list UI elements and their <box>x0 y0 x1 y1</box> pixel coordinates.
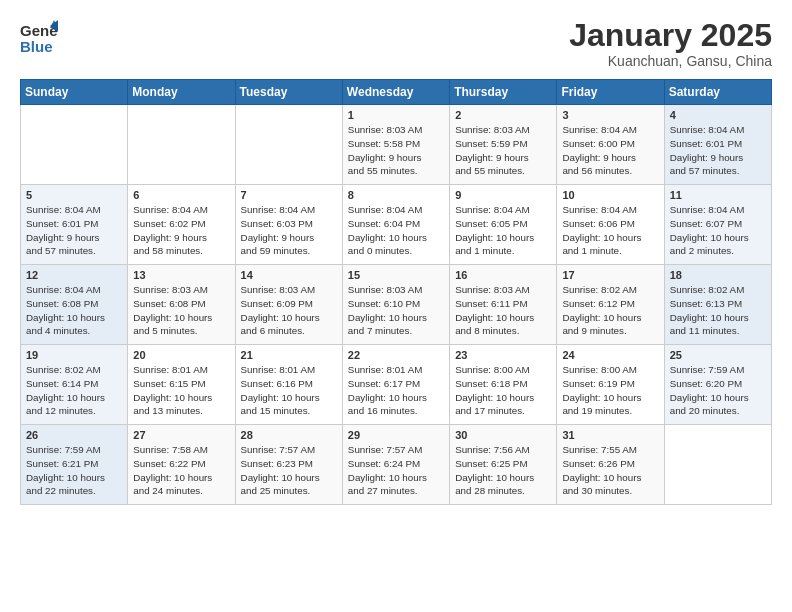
day-number: 19 <box>26 349 122 361</box>
day-number: 1 <box>348 109 444 121</box>
calendar-cell: 14Sunrise: 8:03 AM Sunset: 6:09 PM Dayli… <box>235 265 342 345</box>
logo: General Blue <box>20 18 58 60</box>
calendar-cell: 19Sunrise: 8:02 AM Sunset: 6:14 PM Dayli… <box>21 345 128 425</box>
calendar-cell: 8Sunrise: 8:04 AM Sunset: 6:04 PM Daylig… <box>342 185 449 265</box>
calendar-cell: 30Sunrise: 7:56 AM Sunset: 6:25 PM Dayli… <box>450 425 557 505</box>
day-info: Sunrise: 7:56 AM Sunset: 6:25 PM Dayligh… <box>455 443 551 498</box>
calendar-cell: 24Sunrise: 8:00 AM Sunset: 6:19 PM Dayli… <box>557 345 664 425</box>
calendar-cell: 5Sunrise: 8:04 AM Sunset: 6:01 PM Daylig… <box>21 185 128 265</box>
day-number: 2 <box>455 109 551 121</box>
day-info: Sunrise: 8:03 AM Sunset: 5:58 PM Dayligh… <box>348 123 444 178</box>
day-number: 31 <box>562 429 658 441</box>
day-number: 24 <box>562 349 658 361</box>
calendar-cell: 25Sunrise: 7:59 AM Sunset: 6:20 PM Dayli… <box>664 345 771 425</box>
calendar-cell: 27Sunrise: 7:58 AM Sunset: 6:22 PM Dayli… <box>128 425 235 505</box>
calendar-cell: 15Sunrise: 8:03 AM Sunset: 6:10 PM Dayli… <box>342 265 449 345</box>
day-info: Sunrise: 8:03 AM Sunset: 5:59 PM Dayligh… <box>455 123 551 178</box>
day-number: 16 <box>455 269 551 281</box>
calendar-cell <box>128 105 235 185</box>
calendar-cell <box>235 105 342 185</box>
calendar-cell: 16Sunrise: 8:03 AM Sunset: 6:11 PM Dayli… <box>450 265 557 345</box>
day-number: 9 <box>455 189 551 201</box>
day-info: Sunrise: 7:59 AM Sunset: 6:21 PM Dayligh… <box>26 443 122 498</box>
calendar-cell: 31Sunrise: 7:55 AM Sunset: 6:26 PM Dayli… <box>557 425 664 505</box>
calendar-cell: 22Sunrise: 8:01 AM Sunset: 6:17 PM Dayli… <box>342 345 449 425</box>
page: General Blue January 2025 Kuanchuan, Gan… <box>0 0 792 612</box>
day-number: 28 <box>241 429 337 441</box>
calendar-cell: 2Sunrise: 8:03 AM Sunset: 5:59 PM Daylig… <box>450 105 557 185</box>
calendar-cell <box>21 105 128 185</box>
day-info: Sunrise: 8:01 AM Sunset: 6:17 PM Dayligh… <box>348 363 444 418</box>
day-info: Sunrise: 8:04 AM Sunset: 6:07 PM Dayligh… <box>670 203 766 258</box>
day-info: Sunrise: 8:02 AM Sunset: 6:14 PM Dayligh… <box>26 363 122 418</box>
day-info: Sunrise: 8:03 AM Sunset: 6:11 PM Dayligh… <box>455 283 551 338</box>
day-number: 30 <box>455 429 551 441</box>
day-info: Sunrise: 8:04 AM Sunset: 6:05 PM Dayligh… <box>455 203 551 258</box>
day-info: Sunrise: 8:03 AM Sunset: 6:08 PM Dayligh… <box>133 283 229 338</box>
weekday-header-wednesday: Wednesday <box>342 80 449 105</box>
day-number: 22 <box>348 349 444 361</box>
calendar-cell: 11Sunrise: 8:04 AM Sunset: 6:07 PM Dayli… <box>664 185 771 265</box>
svg-text:Blue: Blue <box>20 38 53 55</box>
day-number: 29 <box>348 429 444 441</box>
day-info: Sunrise: 7:57 AM Sunset: 6:23 PM Dayligh… <box>241 443 337 498</box>
day-info: Sunrise: 8:02 AM Sunset: 6:13 PM Dayligh… <box>670 283 766 338</box>
calendar: SundayMondayTuesdayWednesdayThursdayFrid… <box>20 79 772 505</box>
day-number: 15 <box>348 269 444 281</box>
day-info: Sunrise: 7:55 AM Sunset: 6:26 PM Dayligh… <box>562 443 658 498</box>
day-number: 5 <box>26 189 122 201</box>
calendar-cell: 6Sunrise: 8:04 AM Sunset: 6:02 PM Daylig… <box>128 185 235 265</box>
day-number: 26 <box>26 429 122 441</box>
day-number: 7 <box>241 189 337 201</box>
day-number: 6 <box>133 189 229 201</box>
day-info: Sunrise: 8:04 AM Sunset: 6:03 PM Dayligh… <box>241 203 337 258</box>
day-number: 13 <box>133 269 229 281</box>
day-info: Sunrise: 8:00 AM Sunset: 6:19 PM Dayligh… <box>562 363 658 418</box>
day-number: 14 <box>241 269 337 281</box>
location: Kuanchuan, Gansu, China <box>569 53 772 69</box>
week-row-1: 5Sunrise: 8:04 AM Sunset: 6:01 PM Daylig… <box>21 185 772 265</box>
calendar-cell: 1Sunrise: 8:03 AM Sunset: 5:58 PM Daylig… <box>342 105 449 185</box>
day-info: Sunrise: 8:00 AM Sunset: 6:18 PM Dayligh… <box>455 363 551 418</box>
day-info: Sunrise: 8:04 AM Sunset: 6:02 PM Dayligh… <box>133 203 229 258</box>
calendar-cell: 9Sunrise: 8:04 AM Sunset: 6:05 PM Daylig… <box>450 185 557 265</box>
calendar-cell: 3Sunrise: 8:04 AM Sunset: 6:00 PM Daylig… <box>557 105 664 185</box>
day-number: 23 <box>455 349 551 361</box>
day-number: 8 <box>348 189 444 201</box>
day-info: Sunrise: 8:04 AM Sunset: 6:06 PM Dayligh… <box>562 203 658 258</box>
logo-icon: General Blue <box>20 18 58 60</box>
day-info: Sunrise: 8:01 AM Sunset: 6:16 PM Dayligh… <box>241 363 337 418</box>
weekday-header-friday: Friday <box>557 80 664 105</box>
week-row-2: 12Sunrise: 8:04 AM Sunset: 6:08 PM Dayli… <box>21 265 772 345</box>
header: General Blue January 2025 Kuanchuan, Gan… <box>20 18 772 69</box>
day-number: 4 <box>670 109 766 121</box>
calendar-cell: 20Sunrise: 8:01 AM Sunset: 6:15 PM Dayli… <box>128 345 235 425</box>
calendar-cell <box>664 425 771 505</box>
week-row-4: 26Sunrise: 7:59 AM Sunset: 6:21 PM Dayli… <box>21 425 772 505</box>
weekday-header-monday: Monday <box>128 80 235 105</box>
day-info: Sunrise: 8:03 AM Sunset: 6:09 PM Dayligh… <box>241 283 337 338</box>
day-info: Sunrise: 8:04 AM Sunset: 6:01 PM Dayligh… <box>670 123 766 178</box>
day-number: 27 <box>133 429 229 441</box>
title-block: January 2025 Kuanchuan, Gansu, China <box>569 18 772 69</box>
calendar-cell: 12Sunrise: 8:04 AM Sunset: 6:08 PM Dayli… <box>21 265 128 345</box>
calendar-cell: 18Sunrise: 8:02 AM Sunset: 6:13 PM Dayli… <box>664 265 771 345</box>
month-title: January 2025 <box>569 18 772 53</box>
weekday-header-tuesday: Tuesday <box>235 80 342 105</box>
day-number: 25 <box>670 349 766 361</box>
day-number: 12 <box>26 269 122 281</box>
day-number: 18 <box>670 269 766 281</box>
day-number: 20 <box>133 349 229 361</box>
day-info: Sunrise: 8:03 AM Sunset: 6:10 PM Dayligh… <box>348 283 444 338</box>
day-number: 10 <box>562 189 658 201</box>
calendar-cell: 23Sunrise: 8:00 AM Sunset: 6:18 PM Dayli… <box>450 345 557 425</box>
calendar-cell: 4Sunrise: 8:04 AM Sunset: 6:01 PM Daylig… <box>664 105 771 185</box>
day-info: Sunrise: 8:04 AM Sunset: 6:00 PM Dayligh… <box>562 123 658 178</box>
day-info: Sunrise: 8:01 AM Sunset: 6:15 PM Dayligh… <box>133 363 229 418</box>
day-info: Sunrise: 8:04 AM Sunset: 6:08 PM Dayligh… <box>26 283 122 338</box>
day-info: Sunrise: 8:04 AM Sunset: 6:04 PM Dayligh… <box>348 203 444 258</box>
weekday-header-row: SundayMondayTuesdayWednesdayThursdayFrid… <box>21 80 772 105</box>
day-info: Sunrise: 8:04 AM Sunset: 6:01 PM Dayligh… <box>26 203 122 258</box>
calendar-cell: 17Sunrise: 8:02 AM Sunset: 6:12 PM Dayli… <box>557 265 664 345</box>
week-row-0: 1Sunrise: 8:03 AM Sunset: 5:58 PM Daylig… <box>21 105 772 185</box>
